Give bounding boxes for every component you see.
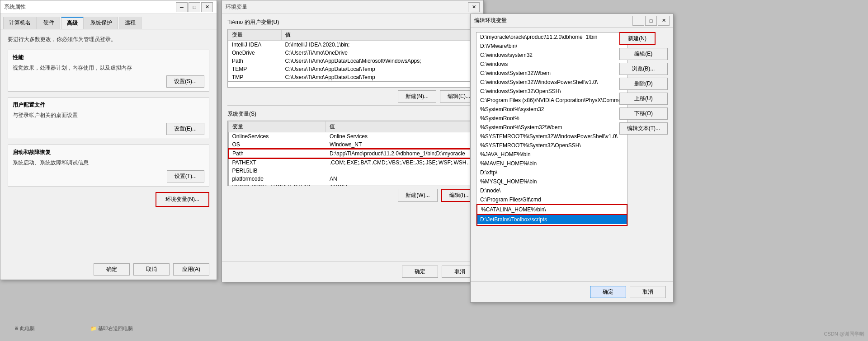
tab-remote[interactable]: 远程 — [119, 17, 142, 29]
path-list-item[interactable]: C:\windows\System32\WindowsPowerShell\v1… — [476, 78, 627, 87]
performance-section: 性能 视觉效果，处理器计划，内存使用，以及虚拟内存 设置(S)... — [8, 50, 209, 92]
desktop-icon-1: 🖥 此电脑 — [14, 325, 35, 332]
env-divider — [227, 105, 478, 106]
sys-vars-btn-row: 新建(W)... 编辑(I)... — [227, 189, 478, 202]
edit-env-bottom: 确定 取消 — [471, 281, 673, 302]
user-vars-col-val: 值 — [282, 30, 477, 41]
sys-vars-table: 变量 值 OnlineServicesOnline ServicesOSWind… — [228, 121, 477, 186]
sys-var-row[interactable]: PATHEXT.COM;.EXE;.BAT;.CMD;.VBS;.VBE;.JS… — [228, 158, 477, 167]
edit-env-minimize[interactable]: ─ — [632, 16, 644, 26]
env-var-button[interactable]: 环境变量(N)... — [156, 192, 209, 207]
env-close-button[interactable]: ✕ — [468, 2, 480, 12]
sys-var-value: D:\app\TiAmo\product\11.2.0\dbhome_1\bin… — [326, 149, 477, 158]
sys-var-row[interactable]: OnlineServicesOnline Services — [228, 132, 477, 141]
path-list-item[interactable]: D:\xftp\ — [476, 168, 627, 177]
sys-var-row[interactable]: PROCESSOR_ARCHITECTUREAMD64 — [228, 183, 477, 186]
user-var-row[interactable]: IntelliJ IDEAD:\IntelliJ IDEA 2020.1\bin… — [228, 41, 477, 49]
user-vars-section: TiAmo 的用户变量(U) 变量 值 IntelliJ IDEAD:\Inte… — [227, 19, 478, 88]
sys-vars-col-val: 值 — [326, 121, 477, 132]
path-list-item[interactable]: C:\Program Files (x86)\NVIDIA Corporatio… — [476, 96, 627, 105]
sys-vars-table-container: 变量 值 OnlineServicesOnline ServicesOSWind… — [227, 121, 478, 186]
tab-advanced[interactable]: 高级 — [61, 17, 84, 29]
edit-env-window: 编辑环境变量 ─ □ ✕ D:\myoracle\oracle\product\… — [470, 14, 674, 303]
edit-env-close[interactable]: ✕ — [658, 16, 670, 26]
startup-section: 启动和故障恢复 系统启动、系统故障和调试信息 设置(T)... — [8, 145, 209, 187]
edit-env-delete-button[interactable]: 删除(D) — [619, 78, 668, 90]
path-list-item[interactable]: %SystemRoot% — [476, 114, 627, 123]
path-list-item[interactable]: C:\windows\System32\OpenSSH\ — [476, 87, 627, 96]
sys-var-value: .COM;.EXE;.BAT;.CMD;.VBS;.VBE;.JS;.JSE;.… — [326, 158, 477, 167]
edit-env-edit-button[interactable]: 编辑(E) — [619, 48, 668, 60]
watermark: CSDN @谢同学哟 — [824, 331, 864, 337]
tab-hardware[interactable]: 硬件 — [38, 17, 60, 29]
path-list-item[interactable]: %SystemRoot%\System32\Wbem — [476, 123, 627, 132]
edit-env-movedown-button[interactable]: 下移(O) — [619, 107, 668, 120]
sys-var-name: PATHEXT — [228, 158, 326, 167]
sys-var-row[interactable]: OSWindows_NT — [228, 140, 477, 149]
user-var-row[interactable]: TEMPC:\Users\TiAmo\AppData\Local\Temp — [228, 65, 477, 73]
edit-env-title-text: 编辑环境变量 — [474, 17, 632, 24]
sys-var-row[interactable]: platformcodeAN — [228, 175, 477, 183]
user-var-name: IntelliJ IDEA — [228, 41, 282, 49]
close-button[interactable]: ✕ — [201, 2, 213, 12]
path-list-item[interactable]: C:\windows — [476, 60, 627, 69]
edit-env-maximize[interactable]: □ — [645, 16, 657, 26]
sys-var-value: AMD64 — [326, 183, 477, 186]
user-var-name: Path — [228, 57, 282, 65]
edit-env-ok-button[interactable]: 确定 — [590, 286, 626, 298]
user-var-name: TEMP — [228, 65, 282, 73]
sys-var-row[interactable]: PERL5LIB — [228, 167, 477, 175]
path-list-item[interactable]: D:\myoracle\oracle\product\11.2.0\dbhome… — [476, 33, 627, 42]
edit-env-browse-button[interactable]: 浏览(B)... — [619, 63, 668, 75]
env-ok-button[interactable]: 确定 — [402, 266, 438, 278]
user-var-row[interactable]: PathC:\Users\TiAmo\AppData\Local\Microso… — [228, 57, 477, 65]
path-list-item[interactable]: C:\Program Files\Git\cmd — [476, 195, 627, 204]
maximize-button[interactable]: □ — [189, 2, 200, 12]
path-list-item[interactable]: %MAVEN_HOME%\bin — [476, 159, 627, 168]
edit-env-right-buttons: 新建(N) 编辑(E) 浏览(B)... 删除(D) 上移(U) 下移(O) 编… — [619, 32, 668, 135]
user-var-row[interactable]: OneDriveC:\Users\TiAmo\OneDrive — [228, 49, 477, 57]
env-bottom: 确定 取消 — [222, 261, 483, 282]
sys-props-title: 系统属性 — [4, 3, 176, 11]
sys-ok-button[interactable]: 确定 — [94, 263, 130, 276]
path-list-item[interactable]: %CATALINA_HOME%\bin\ — [476, 204, 627, 215]
sys-apply-button[interactable]: 应用(A) — [173, 263, 209, 276]
user-var-value: C:\Users\TiAmo\AppData\Local\Microsoft\W… — [282, 57, 477, 65]
path-list-item[interactable]: %JAVA_HOME%\bin — [476, 150, 627, 159]
edit-env-edittext-button[interactable]: 编辑文本(T)... — [619, 122, 668, 135]
user-profile-settings-button[interactable]: 设置(E)... — [166, 123, 204, 135]
sys-new-button[interactable]: 新建(W)... — [398, 189, 437, 202]
path-list-item[interactable]: %SystemRoot%\system32 — [476, 105, 627, 114]
user-vars-col-var: 变量 — [228, 30, 282, 41]
user-var-row[interactable]: TMPC:\Users\TiAmo\AppData\Local\Temp — [228, 73, 477, 82]
path-list-item[interactable]: %SYSTEMROOT%\System32\OpenSSH\ — [476, 141, 627, 150]
path-list-item[interactable]: C:\windows\system32 — [476, 51, 627, 60]
performance-settings-button[interactable]: 设置(S)... — [166, 75, 204, 88]
path-list-item[interactable]: D:\node\ — [476, 186, 627, 195]
sys-var-name: OnlineServices — [228, 132, 326, 141]
edit-env-moveup-button[interactable]: 上移(U) — [619, 93, 668, 105]
path-list-item[interactable]: %MYSQL_HOME%\bin — [476, 177, 627, 186]
edit-env-window-controls: ─ □ ✕ — [632, 16, 670, 26]
tab-system-protection[interactable]: 系统保护 — [85, 17, 118, 29]
path-list-item[interactable]: C:\windows\System32\Wbem — [476, 69, 627, 78]
user-vars-title: TiAmo 的用户变量(U) — [227, 19, 478, 26]
path-list-item[interactable]: D:\JetBrains\Toolbox\scripts5 — [476, 215, 627, 224]
startup-settings-button[interactable]: 设置(T)... — [167, 170, 204, 182]
sys-var-row[interactable]: PathD:\app\TiAmo\product\11.2.0\dbhome_1… — [228, 149, 477, 158]
edit-env-cancel-button[interactable]: 取消 — [630, 286, 666, 298]
path-list: D:\myoracle\oracle\product\11.2.0\dbhome… — [476, 33, 627, 224]
minimize-button[interactable]: ─ — [176, 2, 188, 12]
sys-vars-title: 系统变量(S) — [227, 110, 478, 118]
tab-computer-name[interactable]: 计算机名 — [3, 17, 37, 29]
path-list-container[interactable]: D:\myoracle\oracle\product\11.2.0\dbhome… — [476, 32, 628, 226]
env-vars-titlebar: 环境变量 ✕ — [222, 0, 483, 14]
user-profile-desc: 与登录帐户相关的桌面设置 — [13, 112, 204, 119]
path-list-item[interactable]: %SYSTEMROOT%\System32\WindowsPowerShell\… — [476, 132, 627, 141]
startup-desc: 系统启动、系统故障和调试信息 — [13, 159, 204, 167]
edit-env-new-button[interactable]: 新建(N) — [619, 32, 656, 45]
path-list-item[interactable]: D:\VMware\bin\ — [476, 42, 627, 51]
window-controls: ─ □ ✕ — [176, 2, 213, 12]
user-new-button[interactable]: 新建(N)... — [398, 90, 436, 103]
sys-cancel-button[interactable]: 取消 — [133, 263, 170, 276]
